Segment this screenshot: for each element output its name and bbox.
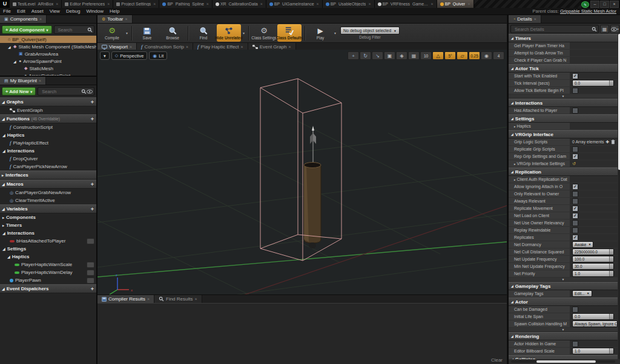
- checkbox[interactable]: ✓: [572, 206, 578, 212]
- window-tab-xr_calibrationdata[interactable]: XR_CalibrationData×: [213, 0, 266, 8]
- window-tab-bp_quiver[interactable]: BP_Quiver×: [437, 0, 474, 8]
- checkbox[interactable]: ✓: [572, 154, 578, 160]
- expander-icon[interactable]: ▸: [2, 223, 4, 227]
- component-row[interactable]: ◆StaticMesh: [0, 65, 96, 72]
- window-tab-project settings[interactable]: Project Settings×: [113, 0, 159, 8]
- spin-input[interactable]: 0.0: [572, 313, 614, 320]
- close-icon[interactable]: ×: [56, 2, 58, 6]
- section-interfaces[interactable]: ▸Interfaces: [0, 171, 96, 180]
- expander-icon[interactable]: ◢: [2, 149, 5, 153]
- details-section-replication[interactable]: ◢Replication: [509, 167, 618, 176]
- expander-icon[interactable]: ◢: [2, 287, 5, 291]
- close-icon[interactable]: ×: [153, 2, 156, 6]
- close-icon[interactable]: ×: [147, 297, 150, 301]
- spinner-icon[interactable]: [609, 314, 613, 319]
- find-button[interactable]: Find: [191, 24, 216, 42]
- section-graphs[interactable]: ◢Graphs+: [0, 97, 96, 106]
- item-playhapticeffect[interactable]: fPlayHapticEffect: [0, 139, 96, 147]
- eye-filter-icon[interactable]: ▾: [610, 25, 619, 33]
- spinner-icon[interactable]: [609, 271, 613, 276]
- close-icon[interactable]: ×: [368, 2, 371, 6]
- play-button[interactable]: ▶Play: [308, 24, 332, 42]
- minimize-button[interactable]: –: [590, 1, 599, 8]
- close-icon[interactable]: ×: [317, 2, 319, 6]
- close-icon[interactable]: ×: [186, 45, 188, 49]
- expander-icon[interactable]: ▸: [514, 178, 516, 181]
- section-expander-chevron[interactable]: ▼: [509, 94, 618, 99]
- category-haptics[interactable]: ◢Haptics: [0, 253, 96, 261]
- feedback-icon[interactable]: ✎: [581, 1, 589, 8]
- expander-icon[interactable]: ◢: [2, 117, 5, 121]
- grid-snap-icon-value[interactable]: 10: [420, 51, 432, 60]
- add-icon[interactable]: +: [91, 181, 94, 187]
- item-constructionscript[interactable]: fConstructionScript: [0, 123, 96, 131]
- expander-icon[interactable]: ◢: [7, 255, 10, 259]
- checkbox[interactable]: [572, 227, 578, 233]
- save-button[interactable]: Save: [135, 24, 159, 42]
- close-icon[interactable]: ×: [107, 2, 110, 6]
- window-tab-bp_usableobjects[interactable]: BP_UsableObjects×: [323, 0, 375, 8]
- chevron-down-icon[interactable]: ▾: [126, 31, 128, 35]
- add-icon[interactable]: +: [91, 286, 94, 292]
- checkbox[interactable]: [572, 341, 578, 347]
- components-search-input[interactable]: [57, 27, 87, 33]
- checkbox[interactable]: ✓: [572, 213, 578, 219]
- window-tab-bp_pathing_spline[interactable]: BP_Pathing_Spline×: [159, 0, 212, 8]
- bottom-tab-find-results[interactable]: Find Results×: [154, 295, 202, 303]
- close-icon[interactable]: ×: [289, 45, 291, 49]
- coordinate-system-icon[interactable]: ▣: [384, 51, 395, 60]
- item-cleartimerifactive[interactable]: ◎ClearTimerIfActive: [0, 197, 96, 204]
- scale-tool-icon[interactable]: ↘: [372, 51, 383, 60]
- add-icon[interactable]: +: [91, 116, 94, 122]
- restore-button[interactable]: □: [600, 1, 609, 8]
- viewport-3d-scene[interactable]: x y z ▾ ◇ Perspective ◉ Lit +↻↘▣◈▦10△5°▱…: [97, 50, 507, 295]
- checkbox[interactable]: [572, 198, 578, 204]
- var-playerpawn[interactable]: PlayerPawn: [0, 276, 96, 284]
- menu-view[interactable]: View: [47, 8, 63, 14]
- checkbox[interactable]: [572, 191, 578, 197]
- spin-input[interactable]: 0.0: [572, 80, 614, 86]
- component-row[interactable]: ◢●ArrowSpawnPoint: [0, 57, 96, 65]
- scale-snap-icon[interactable]: ▱: [457, 51, 468, 60]
- close-icon[interactable]: ×: [430, 2, 433, 6]
- details-section-actor-tick[interactable]: ◢Actor Tick: [509, 64, 618, 73]
- menu-window[interactable]: Window: [83, 8, 106, 14]
- perspective-button[interactable]: ◇ Perspective: [111, 51, 148, 60]
- class-defaults-button[interactable]: Class Defaults: [277, 24, 302, 42]
- my-blueprint-search-input[interactable]: [41, 88, 81, 95]
- expander-icon[interactable]: ◢: [2, 182, 5, 186]
- section-event-dispatchers[interactable]: ◢Event Dispatchers+: [0, 284, 96, 293]
- component-row[interactable]: ⌂BP_Quiver(self): [0, 36, 96, 43]
- class-settings-button[interactable]: ⚙Class Settings: [252, 24, 276, 42]
- compile-button[interactable]: ⚙Compile: [100, 24, 124, 42]
- expander-icon[interactable]: ▸: [2, 215, 4, 219]
- tab-my-blueprint[interactable]: ▤ My Blueprint ×: [0, 77, 46, 85]
- checkbox[interactable]: ✓: [572, 184, 578, 190]
- details-section-settings[interactable]: ◢Settings: [509, 114, 618, 123]
- close-icon[interactable]: ×: [194, 297, 197, 301]
- checkbox[interactable]: ✓: [572, 235, 578, 241]
- details-horizontal-scrollbar[interactable]: [511, 360, 615, 363]
- surface-snap-icon[interactable]: ◈: [396, 51, 407, 60]
- dropdown-select[interactable]: Awake▼: [572, 241, 593, 248]
- hide-unrelated-button[interactable]: Hide Unrelated: [217, 24, 241, 42]
- details-section-gameplay-tags[interactable]: ◢Gameplay Tags: [509, 282, 618, 290]
- details-section-actor[interactable]: ◢Actor: [509, 297, 618, 306]
- menu-asset[interactable]: Asset: [28, 8, 47, 14]
- expander-icon[interactable]: ◢: [13, 59, 17, 63]
- section-functions[interactable]: ◢Functions(46 Overridable)+: [0, 114, 96, 123]
- clear-link[interactable]: Clear: [491, 357, 503, 363]
- eye-toggle-icon[interactable]: [87, 270, 94, 276]
- debug-object-select[interactable]: No debug object selected▼: [340, 27, 400, 34]
- spin-input[interactable]: 225000000.0: [572, 249, 614, 255]
- category-timers[interactable]: ▸Timers: [0, 221, 96, 229]
- close-icon[interactable]: ×: [467, 2, 470, 6]
- expander-icon[interactable]: ◢: [2, 231, 5, 235]
- add-new-button[interactable]: + Add New ▾: [2, 87, 36, 96]
- expander-icon[interactable]: ◢: [2, 133, 5, 137]
- rotation-snap-icon-value[interactable]: 5°: [444, 51, 456, 60]
- item-canplayerpicknewarrow[interactable]: fCanPlayerPickNewArrow: [0, 163, 96, 171]
- section-expander-chevron[interactable]: ▼: [509, 278, 618, 282]
- category-settings[interactable]: ◢Settings: [0, 245, 96, 253]
- close-icon[interactable]: ×: [39, 79, 41, 83]
